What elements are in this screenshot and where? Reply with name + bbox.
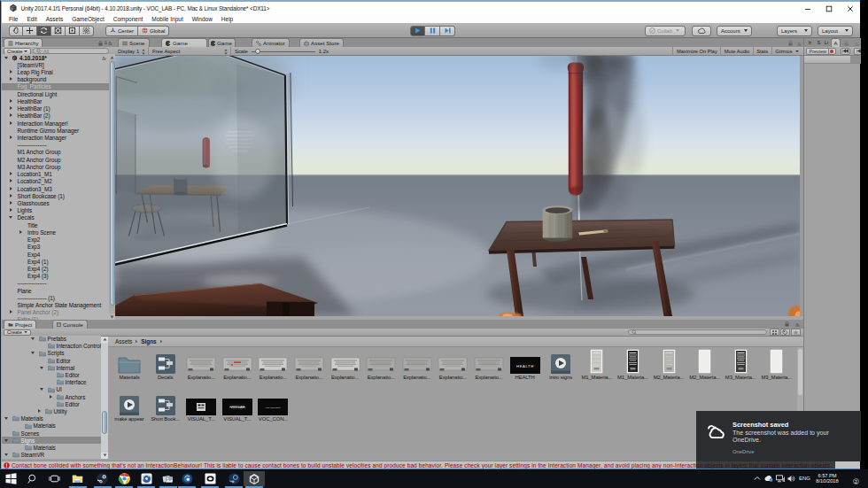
stats-toggle[interactable]: Stats xyxy=(753,47,771,56)
hierarchy-item-fog-particles[interactable]: Fog_Particles xyxy=(2,83,109,90)
tab-hierarchy[interactable]: Hierarchy xyxy=(4,38,43,47)
asset-labels-button[interactable] xyxy=(770,329,779,335)
hierarchy-item-location1-m1[interactable]: Location1_M1 xyxy=(2,171,109,178)
asset-m1-materia-[interactable]: M1_Materia... xyxy=(616,349,649,381)
asset-make-appear[interactable]: make appear xyxy=(112,391,146,422)
asset-visual-t-[interactable]: VOC.LABVISUAL_T... xyxy=(221,391,254,422)
asset-voc-con-[interactable]: VOC CONTENTVOC_CON... xyxy=(256,391,290,422)
aspect-dropdown[interactable]: Free Aspect xyxy=(150,47,231,56)
hierarchy-item-healthbar-1-[interactable]: HealthBar (1) xyxy=(2,105,109,112)
menu-window[interactable]: Window xyxy=(188,16,217,22)
layers-dropdown[interactable]: Layers xyxy=(777,26,812,36)
display-dropdown[interactable]: Display 1 xyxy=(115,47,149,56)
taskbar-chrome-icon[interactable] xyxy=(113,471,135,486)
taskbar-app-circle-icon[interactable] xyxy=(176,471,198,486)
hierarchy-item--[interactable]: ---------------- xyxy=(2,142,109,149)
hand-tool-button[interactable] xyxy=(9,26,23,36)
pivot-center-button[interactable]: Center xyxy=(105,26,138,36)
tray-volume-icon[interactable] xyxy=(787,475,795,483)
maximize-button[interactable] xyxy=(818,2,840,15)
taskbar-steam-icon[interactable] xyxy=(92,471,113,486)
tray-chevron-icon[interactable] xyxy=(754,476,761,481)
asset-materials[interactable]: Materials xyxy=(112,349,146,381)
hierarchy-scene-root[interactable]: 4.10.2018* xyxy=(2,54,109,61)
hierarchy-item-title[interactable]: Title xyxy=(2,221,109,229)
hierarchy-item-interaction-manager[interactable]: Interaction Manager xyxy=(2,134,109,141)
hierarchy-item-intro-scene[interactable]: Intro Scene xyxy=(2,229,109,236)
project-folder-anchors[interactable]: Anchors xyxy=(2,393,101,400)
prev-key-button[interactable] xyxy=(854,48,861,55)
hierarchy-item-runtime-gizmo-manager[interactable]: Runtime Gizmo Manager xyxy=(2,127,109,134)
panel-menu-icon[interactable] xyxy=(851,42,859,46)
transform-tool-button[interactable] xyxy=(80,26,94,36)
rotate-tool-button[interactable] xyxy=(37,26,51,36)
hierarchy-item-m2-anchor-group[interactable]: M2 Anchor Group xyxy=(2,156,109,163)
menu-file[interactable]: File xyxy=(4,16,22,22)
preview-button[interactable]: Preview xyxy=(806,48,830,55)
asset-explanatio-[interactable]: Explanatio... xyxy=(472,349,506,381)
asset-explanatio-[interactable]: Explanatio... xyxy=(292,349,326,381)
tab-scene[interactable]: Scene xyxy=(118,38,150,47)
lock-icon[interactable] xyxy=(844,41,849,46)
project-folder-materials[interactable]: Materials xyxy=(2,415,101,422)
panel-menu-icon[interactable] xyxy=(792,322,800,327)
scale-tool-button[interactable] xyxy=(51,26,66,36)
project-folder-interface[interactable]: Interface xyxy=(2,379,101,386)
project-folder-editor[interactable]: Editor xyxy=(2,357,101,364)
maximize-on-play-toggle[interactable]: Maximize On Play xyxy=(672,47,720,56)
project-create-button[interactable]: Create xyxy=(4,329,31,336)
tab-animator[interactable]: Animator xyxy=(252,38,290,47)
samples-field[interactable] xyxy=(850,56,861,64)
menu-edit[interactable]: Edit xyxy=(22,16,41,22)
lock-icon[interactable] xyxy=(785,321,789,327)
gizmos-toggle[interactable]: Gizmos xyxy=(771,47,802,56)
menu-mobile-input[interactable]: Mobile Input xyxy=(147,16,187,22)
hierarchy-item-healthbar[interactable]: HealthBar xyxy=(2,97,109,105)
tray-clock[interactable]: 6:57 PM 8/10/2018 xyxy=(814,473,841,485)
hierarchy-item-m3-anchor-group[interactable]: M3 Anchor Group xyxy=(2,163,109,170)
minimize-button[interactable] xyxy=(797,2,818,15)
asset-explanatio-[interactable]: Explanatio... xyxy=(221,349,254,381)
asset-explanatio-[interactable]: Explanatio... xyxy=(400,349,434,381)
collab-dropdown[interactable]: Collab xyxy=(645,26,686,36)
scale-slider[interactable] xyxy=(252,47,315,56)
hierarchy-item-location3-m3[interactable]: Location3_M3 xyxy=(2,185,109,192)
asset-intro-signs[interactable]: intro signs xyxy=(544,349,577,381)
close-button[interactable] xyxy=(840,2,861,15)
project-folder-materials[interactable]: Materials xyxy=(2,444,101,451)
lock-icon[interactable] xyxy=(788,41,793,46)
project-folder-scenes[interactable]: Scenes xyxy=(2,430,101,437)
taskbar-search-icon[interactable] xyxy=(22,471,43,486)
project-tree-scrollbar[interactable] xyxy=(101,337,108,459)
hierarchy-item-lights[interactable]: Lights xyxy=(2,207,109,214)
asset-explanatio-[interactable]: Explanatio... xyxy=(436,349,469,381)
account-dropdown[interactable]: Account xyxy=(717,26,752,36)
asset-explanatio-[interactable]: Explanatio... xyxy=(364,349,398,381)
hierarchy-item--[interactable]: ---------------- xyxy=(2,280,109,287)
project-folder-interaction-control[interactable]: Interaction Control xyxy=(2,343,101,350)
asset-health[interactable]: HEALTHHEALTH xyxy=(508,349,542,381)
hierarchy-item-exp2[interactable]: Exp2 xyxy=(2,236,109,243)
mute-audio-toggle[interactable]: Mute Audio xyxy=(720,47,752,56)
hierarchy-item--1-[interactable]: ---------------- (1) xyxy=(2,294,109,301)
project-folder-internal[interactable]: Internal xyxy=(2,364,101,371)
breadcrumb-assets[interactable]: Assets xyxy=(115,338,132,345)
animation-clip-dropdown[interactable] xyxy=(804,56,850,64)
record-button[interactable] xyxy=(828,48,836,55)
asset-visual-t-[interactable]: VISUAL_T... xyxy=(184,391,218,422)
menu-help[interactable]: Help xyxy=(217,16,237,22)
hierarchy-item-location2-m2[interactable]: Location2_M2 xyxy=(2,178,109,185)
asset-explanatio-[interactable]: Explanatio... xyxy=(256,349,290,381)
hierarchy-item-decals[interactable]: Decals xyxy=(2,214,109,221)
hierarchy-item-glasshouses[interactable]: Glasshouses xyxy=(2,199,109,206)
tab-game-2[interactable]: Game xyxy=(208,38,236,47)
project-search-input[interactable] xyxy=(628,329,767,336)
project-folder-utility[interactable]: Utility xyxy=(2,407,101,414)
hierarchy-item-m1-anchor-group[interactable]: M1 Anchor Group xyxy=(2,149,109,156)
rect-tool-button[interactable] xyxy=(66,26,80,36)
taskbar-file-explorer-icon[interactable] xyxy=(67,471,89,486)
asset-explanatio-[interactable]: Explanatio... xyxy=(329,349,362,381)
asset-explanatio-[interactable]: Explanatio... xyxy=(184,349,218,381)
action-center-icon[interactable]: 2 xyxy=(847,474,868,484)
onedrive-toast[interactable]: Screenshot saved The screenshot was adde… xyxy=(696,411,861,461)
